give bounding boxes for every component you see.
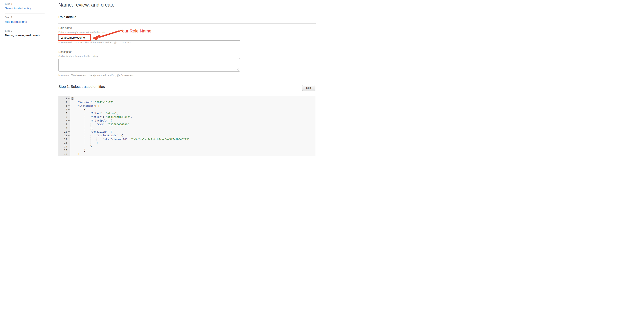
description-help: Add a short explanation for this policy. [58,55,98,58]
code-fold-icon[interactable] [68,105,70,107]
indent-guide [78,145,78,149]
code-fold-icon[interactable] [68,120,70,121]
role-details-heading: Role details [58,15,76,19]
line-number: 14 [58,145,70,149]
json-key: "StringEquals" [96,134,118,137]
indent-guide [90,123,90,126]
code-line: 15} [58,149,316,152]
code-text: { [70,97,316,100]
code-line: 1{ [58,97,316,100]
line-number: 13 [58,141,70,145]
json-punctuation: : [104,123,107,126]
code-text: "Statement": [ [70,104,316,108]
json-key: "Effect" [90,112,103,115]
line-number: 11 [58,134,70,138]
line-number: 2 [58,100,70,104]
json-punctuation: , [114,101,115,104]
code-text: "Principal": { [70,119,316,123]
sidebar-item-select-trusted-entity[interactable]: Select trusted entity [5,6,31,10]
json-punctuation: , [130,115,132,118]
edit-button[interactable]: Edit [302,85,315,91]
json-punctuation: : [103,115,106,118]
json-value: "Allow" [106,112,117,115]
json-punctuation: : [128,138,131,141]
indent-guide [78,130,78,134]
code-fold-icon[interactable] [68,131,70,133]
annotation-highlight-box [58,34,91,41]
json-punctuation: : [92,101,95,104]
trusted-entities-heading: Step 1: Select trusted entities [58,85,105,89]
json-punctuation: : { [107,119,112,122]
role-name-help: Enter a meaningful name to identify this… [58,31,105,34]
code-fold-icon[interactable] [68,98,70,99]
code-line: 7"Principal": { [58,119,316,123]
role-name-constraint: Maximum 64 characters. Use alphanumeric … [58,41,132,44]
line-number: 9 [58,126,70,130]
code-line: 4{ [58,108,316,112]
line-number: 12 [58,138,70,141]
json-value: "2e9c2ba3-f9c2-4fb9-ac3a-5f7a1b843223" [130,138,189,141]
indent-guide [90,138,90,141]
indent-guide [78,115,78,119]
step-2-label: Step 2 [5,16,44,19]
json-punctuation: { [84,108,86,111]
sidebar-item-name-review-create: Name, review, and create [5,33,44,37]
description-constraint: Maximum 1000 characters. Use alphanumeri… [58,74,134,77]
indent-guide [78,108,78,112]
role-name-label: Role name [58,26,72,29]
indent-guide [96,138,97,141]
code-text: } [70,141,316,145]
code-text: "AWS": "523683666290" [70,123,316,126]
json-punctuation: } [90,145,92,148]
code-text: } [70,145,316,149]
json-key: "AWS" [96,123,104,126]
line-number: 1 [58,97,70,100]
json-punctuation: : { [118,134,123,137]
wizard-steps-nav: Step 1 Select trusted entity Step 2 Add … [5,0,44,40]
json-punctuation: : { [107,130,112,133]
line-number: 15 [58,149,70,152]
code-text: "Condition": { [70,130,316,134]
json-punctuation: ] [78,152,80,155]
line-number: 5 [58,112,70,115]
description-label: Description [58,50,72,53]
json-value: "523683666290" [107,123,129,126]
code-line: 10"Condition": { [58,130,316,134]
code-fold-icon[interactable] [68,109,70,110]
indent-guide [78,112,78,115]
code-line: 8"AWS": "523683666290" [58,123,316,126]
wizard-step-3: Step 3 Name, review, and create [5,27,44,40]
policy-json-editor[interactable]: 1{2"Version": "2012-10-17",3"Statement":… [58,96,316,156]
code-line: 3"Statement": [ [58,104,316,108]
indent-guide [78,134,78,138]
sidebar-item-add-permissions[interactable]: Add permissions [5,20,27,23]
indent-guide [78,119,78,123]
json-key: "Version" [78,101,92,104]
description-textarea[interactable] [58,58,240,72]
indent-guide [78,123,78,126]
code-text: } [70,149,316,152]
page-title: Name, review, and create [58,2,114,8]
code-line: 13} [58,141,316,145]
json-key: "Statement" [78,104,95,107]
json-key: "Condition" [90,130,107,133]
code-line: 9}, [58,126,316,130]
section-divider [58,23,316,23]
code-line: 6"Action": "sts:AssumeRole", [58,115,316,119]
indent-guide [78,141,78,145]
json-key: "Principal" [90,119,107,122]
indent-guide [78,126,78,130]
json-punctuation: } [84,149,86,152]
line-number: 4 [58,108,70,112]
line-number: 16 [58,152,70,156]
wizard-step-2: Step 2 Add permissions [5,13,44,27]
step-1-label: Step 1 [5,2,44,5]
annotation-text: Your Role Name [120,28,152,34]
indent-guide [90,141,90,145]
indent-guide [78,149,78,152]
code-line: 2"Version": "2012-10-17", [58,100,316,104]
line-number: 7 [58,119,70,123]
code-fold-icon[interactable] [68,135,70,136]
code-text: "Action": "sts:AssumeRole", [70,115,316,119]
json-key: "sts:ExternalId" [103,138,128,141]
